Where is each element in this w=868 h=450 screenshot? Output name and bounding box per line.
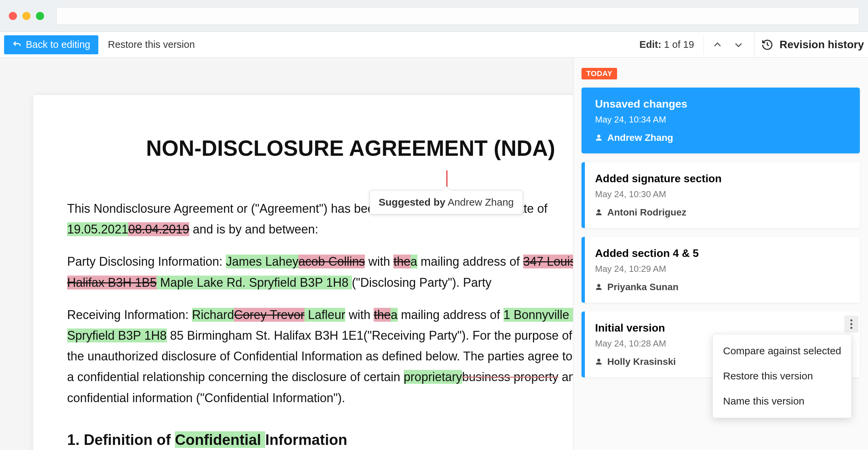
revision-timestamp: May 24, 10:34 AM [595, 114, 848, 125]
edit-label: Edit: [639, 39, 661, 50]
deleted-text: the [374, 308, 391, 322]
next-edit-button[interactable] [731, 37, 746, 52]
user-icon [595, 209, 603, 216]
deleted-text: the [393, 255, 410, 268]
deleted-text: acob Collins [298, 255, 365, 268]
revision-timestamp: May 24, 10:29 AM [595, 264, 848, 274]
suggestion-caret [446, 170, 448, 188]
chevron-down-icon [733, 40, 744, 50]
paragraph-disclosing: Party Disclosing Information: James Lahe… [67, 251, 573, 293]
restore-this-version-item[interactable]: Restore this version [713, 363, 851, 389]
minimize-window-icon[interactable] [22, 12, 31, 20]
inserted-text: a [391, 308, 397, 322]
restore-version-button[interactable]: Restore this version [108, 39, 195, 50]
deleted-text: 08.04.2019 [128, 222, 189, 236]
back-to-editing-button[interactable]: Back to editing [4, 35, 98, 54]
revision-author: Priyanka Sunan [595, 282, 848, 293]
revision-title: Added signature section [595, 172, 848, 185]
kebab-dot-icon [850, 323, 852, 325]
prev-edit-button[interactable] [710, 37, 725, 52]
deleted-text: business property [462, 370, 558, 384]
chevron-up-icon [712, 40, 723, 50]
document-body: This Nondisclosure Agreement or ("Agreem… [67, 198, 573, 450]
inserted-text: Maple Lake Rd. Spryfield B3P 1H8 [157, 276, 352, 289]
revision-options-button[interactable] [844, 316, 859, 333]
name-this-version-item[interactable]: Name this version [713, 389, 851, 414]
history-icon [761, 39, 773, 51]
document-page: NON-DISCLOSURE AGREEMENT (NDA) This Nond… [33, 95, 573, 450]
revision-title: Initial version [595, 322, 848, 334]
revision-card[interactable]: Added signature section May 24, 10:30 AM… [581, 162, 860, 228]
revision-history-heading: Revision history [761, 38, 864, 51]
suggestion-tooltip: Suggested by Andrew Zhang [370, 190, 523, 214]
revision-author: Antoni Rodriguez [595, 207, 848, 218]
inserted-text: proprietary [404, 370, 462, 384]
inserted-text: Lafleur [304, 308, 345, 322]
revision-sidebar: TODAY Unsaved changes May 24, 10:34 AM A… [573, 58, 868, 450]
kebab-dot-icon [850, 327, 852, 329]
revision-timestamp: May 24, 10:30 AM [595, 189, 848, 200]
revision-title: Added section 4 & 5 [595, 247, 848, 260]
revision-context-menu: Compare against selected Restore this ve… [712, 334, 852, 418]
compare-against-selected-item[interactable]: Compare against selected [713, 338, 851, 363]
revision-author: Andrew Zhang [595, 132, 848, 143]
edit-counter: Edit: 1 of 19 [639, 39, 694, 50]
user-icon [595, 283, 603, 291]
revision-card-current[interactable]: Unsaved changes May 24, 10:34 AM Andrew … [581, 88, 860, 153]
address-bar[interactable] [56, 7, 859, 25]
maximize-window-icon[interactable] [36, 12, 44, 20]
document-viewport: NON-DISCLOSURE AGREEMENT (NDA) This Nond… [0, 58, 573, 450]
suggestion-author: Andrew Zhang [448, 196, 514, 208]
inserted-text: 19.05.2021 [67, 222, 128, 236]
window-chrome [0, 0, 868, 32]
today-badge: TODAY [581, 68, 617, 79]
revision-card-with-menu: Initial version May 24, 10:28 AM Holly K… [581, 312, 860, 377]
section-heading-1: 1. Definition of Confidential Informatio… [67, 427, 573, 450]
deleted-text: Corey Trevor [234, 308, 304, 322]
inserted-text: James Lahey [226, 255, 298, 268]
inserted-text: Confidential [175, 431, 265, 448]
edit-nav [704, 35, 746, 54]
close-window-icon[interactable] [9, 12, 17, 20]
revision-card[interactable]: Added section 4 & 5 May 24, 10:29 AM Pri… [581, 237, 860, 303]
traffic-lights [9, 12, 44, 20]
user-icon [595, 134, 603, 142]
inserted-text: Richard [192, 308, 234, 322]
suggestion-label: Suggested by [379, 196, 446, 208]
document-title: NON-DISCLOSURE AGREEMENT (NDA) [67, 136, 573, 161]
toolbar: Back to editing Restore this version Edi… [0, 32, 868, 58]
paragraph-receiving: Receiving Information: RichardCorey Trev… [67, 304, 573, 408]
reply-arrow-icon [12, 40, 22, 50]
revision-history-label: Revision history [780, 38, 864, 51]
back-button-label: Back to editing [26, 39, 90, 50]
revision-title: Unsaved changes [595, 98, 848, 110]
user-icon [595, 358, 603, 365]
kebab-dot-icon [850, 319, 852, 321]
inserted-text: a [411, 255, 417, 268]
edit-position: 1 of 19 [664, 39, 694, 50]
